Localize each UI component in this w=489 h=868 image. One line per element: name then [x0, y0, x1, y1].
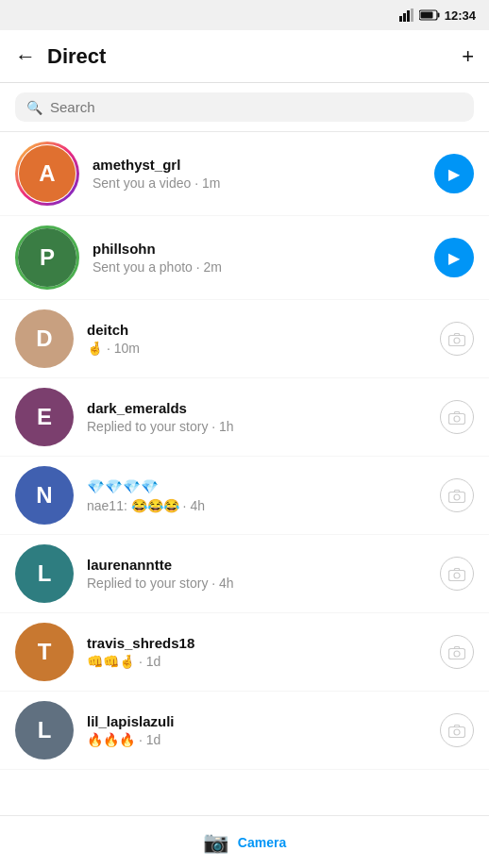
conv-info: deitch 🤞 · 10m — [87, 322, 430, 356]
conv-preview: Sent you a video · 1m — [93, 175, 425, 191]
conv-info: lil_lapislazuli 🔥🔥🔥 · 1d — [87, 713, 430, 747]
conv-username: lil_lapislazuli — [87, 713, 430, 729]
camera-button[interactable] — [440, 478, 474, 512]
conv-preview: nae11: 😂😂😂 · 4h — [87, 498, 430, 513]
svg-rect-15 — [449, 648, 465, 659]
bottom-bar[interactable]: 📷 Camera — [0, 815, 489, 868]
status-bar: 12:34 — [0, 0, 489, 30]
conv-info: 💎💎💎💎 nae11: 😂😂😂 · 4h — [87, 478, 430, 513]
play-icon[interactable]: ▶ — [434, 238, 474, 277]
avatar: E — [15, 388, 74, 446]
svg-rect-1 — [403, 13, 406, 22]
conv-info: travis_shreds18 👊👊🤞 · 1d — [87, 635, 430, 669]
search-bar: 🔍 — [0, 83, 489, 132]
list-item[interactable]: A amethyst_grl Sent you a video · 1m ▶ — [0, 132, 489, 216]
svg-rect-11 — [449, 492, 465, 502]
conv-username: phillsohn — [93, 241, 425, 257]
search-input[interactable] — [50, 99, 463, 115]
svg-rect-5 — [437, 13, 439, 18]
conv-username: 💎💎💎💎 — [87, 478, 430, 495]
camera-icon[interactable] — [440, 557, 474, 591]
list-item[interactable]: D deitch 🤞 · 10m — [0, 300, 489, 378]
svg-point-8 — [454, 338, 460, 343]
avatar: D — [15, 309, 74, 368]
back-button[interactable]: ← — [15, 44, 36, 69]
signal-icon — [399, 8, 414, 22]
conv-username: laurenanntte — [87, 557, 430, 573]
avatar: L — [15, 544, 74, 603]
camera-icon[interactable] — [440, 478, 474, 512]
svg-rect-17 — [449, 726, 465, 737]
list-item[interactable]: E dark_emeralds Replied to your story · … — [0, 378, 489, 457]
conv-username: dark_emeralds — [87, 400, 430, 416]
conv-preview: 🤞 · 10m — [87, 341, 430, 356]
conv-info: dark_emeralds Replied to your story · 1h — [87, 400, 430, 434]
svg-rect-7 — [449, 335, 465, 345]
list-item[interactable]: N 💎💎💎💎 nae11: 😂😂😂 · 4h — [0, 457, 489, 535]
battery-icon — [419, 9, 440, 21]
conv-username: deitch — [87, 322, 430, 338]
svg-point-18 — [454, 729, 460, 735]
play-button[interactable]: ▶ — [434, 154, 474, 193]
list-item[interactable]: L laurenanntte Replied to your story · 4… — [0, 535, 489, 613]
list-item[interactable]: L lil_lapislazuli 🔥🔥🔥 · 1d — [0, 692, 489, 770]
conv-info: phillsohn Sent you a photo · 2m — [93, 241, 425, 275]
avatar: A — [15, 142, 79, 206]
avatar: P — [15, 225, 79, 290]
svg-rect-3 — [411, 8, 413, 22]
conv-info: amethyst_grl Sent you a video · 1m — [93, 157, 425, 191]
list-item[interactable]: T travis_shreds18 👊👊🤞 · 1d — [0, 613, 489, 692]
svg-rect-9 — [449, 413, 465, 424]
svg-point-10 — [454, 416, 460, 422]
header: ← Direct + — [0, 30, 489, 83]
conv-preview: Replied to your story · 4h — [87, 576, 430, 591]
svg-point-14 — [454, 573, 460, 578]
conv-preview: 🔥🔥🔥 · 1d — [87, 732, 430, 747]
play-button[interactable]: ▶ — [434, 238, 474, 277]
conv-info: laurenanntte Replied to your story · 4h — [87, 557, 430, 591]
avatar: T — [15, 623, 74, 681]
list-item[interactable]: P phillsohn Sent you a photo · 2m ▶ — [0, 216, 489, 300]
camera-icon: 📷 — [203, 830, 228, 855]
camera-icon[interactable] — [440, 400, 474, 434]
svg-rect-2 — [407, 10, 410, 22]
search-icon: 🔍 — [26, 100, 42, 115]
status-time: 12:34 — [445, 8, 476, 23]
conv-username: amethyst_grl — [93, 157, 425, 173]
conv-preview: Replied to your story · 1h — [87, 419, 430, 434]
search-wrap: 🔍 — [15, 92, 474, 122]
camera-icon[interactable] — [440, 635, 474, 669]
camera-icon[interactable] — [440, 713, 474, 747]
conv-preview: Sent you a photo · 2m — [93, 259, 425, 275]
header-title: Direct — [47, 44, 462, 69]
status-icons: 12:34 — [399, 8, 476, 23]
svg-rect-0 — [399, 16, 402, 22]
camera-icon[interactable] — [440, 322, 474, 356]
avatar: L — [15, 701, 74, 760]
camera-button[interactable] — [440, 400, 474, 434]
camera-button[interactable] — [440, 557, 474, 591]
svg-point-16 — [454, 651, 460, 657]
camera-button[interactable] — [440, 322, 474, 356]
camera-label: Camera — [238, 835, 286, 850]
svg-rect-6 — [420, 12, 432, 19]
conv-preview: 👊👊🤞 · 1d — [87, 654, 430, 669]
svg-rect-13 — [449, 570, 465, 580]
svg-point-12 — [454, 494, 460, 500]
conversation-list: A amethyst_grl Sent you a video · 1m ▶ P… — [0, 132, 489, 770]
new-message-button[interactable]: + — [462, 44, 474, 69]
camera-button[interactable] — [440, 713, 474, 747]
play-icon[interactable]: ▶ — [434, 154, 474, 193]
conv-username: travis_shreds18 — [87, 635, 430, 651]
avatar: N — [15, 466, 74, 525]
camera-button[interactable] — [440, 635, 474, 669]
